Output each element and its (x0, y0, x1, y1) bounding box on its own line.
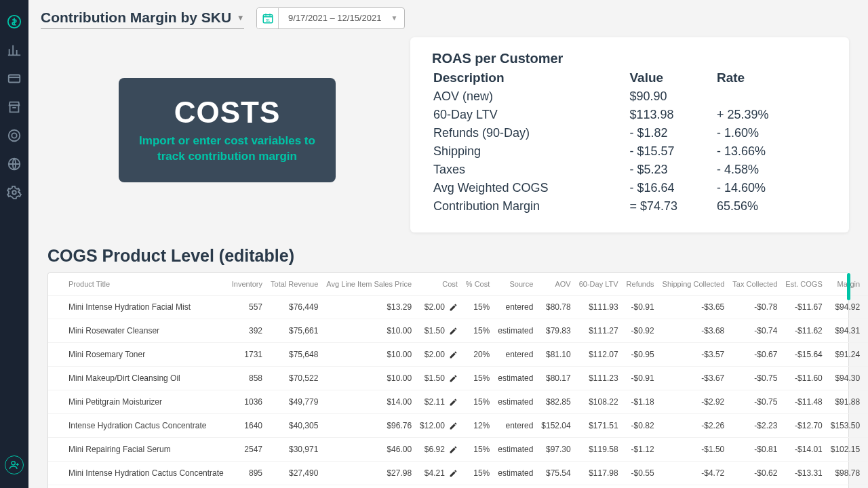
cell-tax: -$0.67 (728, 343, 781, 367)
roas-row-desc: 60-Day LTV (433, 106, 629, 123)
col-header[interactable]: Source (494, 273, 537, 296)
cell-aov: $75.54 (537, 462, 574, 485)
costs-subtitle: Import or enter cost variables to track … (135, 134, 319, 165)
cell-source: estimated (494, 319, 537, 343)
svg-text:31: 31 (265, 18, 270, 22)
cell-aov: $81.10 (537, 343, 574, 367)
nav-settings-icon[interactable] (6, 184, 22, 201)
col-header[interactable]: Total Revenue (267, 273, 322, 296)
roas-title: ROAS per Customer (432, 51, 827, 66)
cell-refunds: -$0.55 (623, 462, 658, 485)
nav-store-icon[interactable] (6, 99, 22, 115)
cell-source: entered (494, 414, 537, 438)
cell-est-cogs: -$15.64 (781, 343, 826, 367)
nav-card-icon[interactable] (6, 70, 22, 87)
cell-cost[interactable]: $4.79 (416, 485, 462, 489)
cell-cost[interactable]: $2.00 (416, 343, 462, 367)
cell-pct-cost: 15% (462, 319, 494, 343)
cell-margin: $94.30 (827, 367, 864, 390)
roas-row-rate: 65.56% (717, 198, 826, 215)
cell-pct-cost: 15% (462, 296, 494, 319)
nav-target-icon[interactable] (6, 127, 22, 144)
cell-aov: $152.04 (537, 414, 574, 438)
roas-row-value: - $16.64 (630, 180, 716, 197)
nav-globe-icon[interactable] (6, 156, 22, 172)
main-content: Contribution Margin by SKU ▼ 31 9/17/202… (28, 0, 868, 488)
cell-shipping: -$4.72 (658, 462, 729, 485)
cell-est-cogs: -$11.48 (781, 390, 826, 414)
col-header[interactable]: Product Title (48, 273, 228, 296)
cell-title: Mini Rosemary Toner (48, 343, 228, 367)
cell-aov: $122.89 (537, 485, 574, 489)
cell-source: entered (494, 343, 537, 367)
cell-ltv: $119.58 (575, 438, 623, 462)
cell-cost[interactable]: $1.50 (416, 367, 462, 390)
caret-down-icon: ▼ (237, 14, 244, 22)
cell-aov: $80.78 (537, 296, 574, 319)
cell-aov: $79.83 (537, 319, 574, 343)
nav-user-add-icon[interactable] (5, 455, 24, 474)
col-header[interactable]: Avg Line Item Sales Price (322, 273, 416, 296)
roas-card: ROAS per Customer Description Value Rate… (410, 37, 849, 232)
nav-chart-icon[interactable] (6, 42, 22, 58)
cell-est-cogs: -$11.60 (781, 367, 826, 390)
page-title-dropdown[interactable]: Contribution Margin by SKU ▼ (41, 7, 244, 29)
roas-row-value: = $74.73 (630, 198, 716, 215)
table-row: Mini Petitgrain Moisturizer1036$49,779$1… (48, 390, 868, 414)
cell-avg-price: $96.76 (322, 414, 416, 438)
cell-cost[interactable]: $4.21 (416, 462, 462, 485)
cell-pct-margin: 84% (864, 462, 868, 485)
col-header[interactable]: % Margin (864, 273, 868, 296)
cell-cost[interactable]: $2.00 (416, 296, 462, 319)
costs-title: COSTS (135, 96, 319, 129)
col-header[interactable]: Tax Collected (728, 273, 781, 296)
roas-row-desc: Avg Weighted COGS (433, 180, 629, 197)
roas-row-desc: Refunds (90-Day) (433, 125, 629, 142)
col-header[interactable]: Refunds (623, 273, 658, 296)
col-header[interactable]: Margin (827, 273, 864, 296)
cell-shipping: -$3.12 (658, 485, 729, 489)
table-row: Mini Rosemary Toner1731$75,648$10.00$2.0… (48, 343, 868, 367)
cell-avg-price: $31.86 (322, 485, 416, 489)
col-header[interactable]: 60-Day LTV (575, 273, 623, 296)
header-row: Contribution Margin by SKU ▼ 31 9/17/202… (41, 7, 856, 29)
scroll-indicator[interactable] (847, 273, 850, 300)
cell-ltv: $111.27 (575, 319, 623, 343)
col-header[interactable]: Cost (416, 273, 462, 296)
table-row: Intense Hydration Cactus Concentrate1640… (48, 414, 868, 438)
cell-shipping: -$3.57 (658, 343, 729, 367)
col-header[interactable]: Inventory (228, 273, 267, 296)
cell-margin: $102.15 (827, 438, 864, 462)
cell-margin: $91.24 (827, 343, 864, 367)
top-section: COSTS Import or enter cost variables to … (41, 37, 856, 232)
col-header[interactable]: AOV (537, 273, 574, 296)
cell-cost[interactable]: $2.11 (416, 390, 462, 414)
cell-pct-cost: 15% (462, 390, 494, 414)
cell-cost[interactable]: $6.92 (416, 438, 462, 462)
cell-pct-cost: 12% (462, 414, 494, 438)
cell-title: Mini Repairing Facial Serum (48, 438, 228, 462)
cell-title: Mini Rosewater Cleanser (48, 319, 228, 343)
cell-cost[interactable]: $12.00 (416, 414, 462, 438)
cell-avg-price: $10.00 (322, 319, 416, 343)
cell-est-cogs: -$14.58 (781, 485, 826, 489)
col-header[interactable]: Est. COGS (781, 273, 826, 296)
cell-margin: $94.92 (827, 296, 864, 319)
roas-table: Description Value Rate AOV (new)$90.9060… (432, 68, 827, 216)
cell-inventory: 2547 (228, 438, 267, 462)
cell-pct-margin: 85% (864, 390, 868, 414)
col-header[interactable]: Shipping Collected (658, 273, 729, 296)
cell-shipping: -$2.92 (658, 390, 729, 414)
cell-source: estimated (494, 462, 537, 485)
nav-dollar-icon[interactable] (6, 14, 22, 30)
cell-source: estimated (494, 438, 537, 462)
date-range-picker[interactable]: 31 9/17/2021 – 12/15/2021 ▼ (256, 7, 405, 29)
cell-avg-price: $46.00 (322, 438, 416, 462)
cell-revenue: $76,449 (267, 296, 322, 319)
col-header[interactable]: % Cost (462, 273, 494, 296)
cell-inventory: 895 (228, 462, 267, 485)
cell-inventory: 1640 (228, 414, 267, 438)
cell-cost[interactable]: $1.50 (416, 319, 462, 343)
cell-margin: $91.88 (827, 390, 864, 414)
cell-refunds: -$0.82 (623, 414, 658, 438)
